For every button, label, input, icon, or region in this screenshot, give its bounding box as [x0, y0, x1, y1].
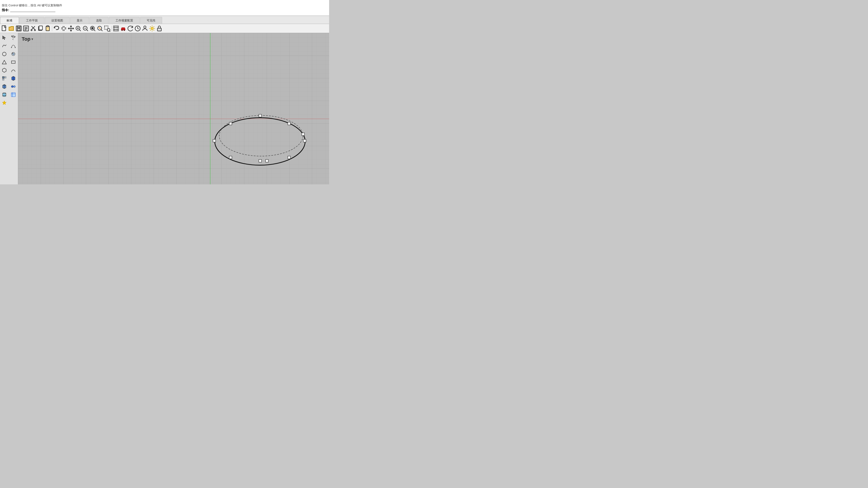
- box-solid-tool[interactable]: [0, 83, 8, 90]
- star-tool[interactable]: [0, 99, 8, 107]
- arc-tool[interactable]: [9, 66, 17, 74]
- solid-multi-tool[interactable]: [9, 83, 17, 90]
- copy-button[interactable]: [37, 25, 44, 32]
- svg-rect-78: [11, 93, 15, 97]
- grid-button[interactable]: [113, 25, 119, 32]
- zoom-extent-button[interactable]: [89, 25, 96, 32]
- zoom-in-button[interactable]: [75, 25, 82, 32]
- command-hint: 按住 Control 键移出，按住 Alt 键可以复制物件: [2, 3, 327, 7]
- paste-button[interactable]: [44, 25, 51, 32]
- tab-workplane[interactable]: 工作平面: [20, 17, 44, 24]
- svg-rect-57: [2, 78, 4, 80]
- svg-line-24: [94, 30, 95, 31]
- svg-line-67: [12, 39, 13, 40]
- svg-marker-51: [3, 36, 6, 40]
- svg-point-8: [31, 30, 32, 31]
- select-arrow-tool[interactable]: [0, 34, 8, 41]
- svg-point-9: [34, 30, 35, 31]
- sep1: [52, 26, 52, 31]
- svg-rect-36: [114, 26, 119, 31]
- panel-tool[interactable]: [9, 91, 17, 98]
- solid-blue-tool[interactable]: [9, 74, 17, 82]
- curve-tool[interactable]: [0, 42, 8, 50]
- clock-button[interactable]: [134, 25, 141, 32]
- zoom-window-button[interactable]: [104, 25, 111, 32]
- viewport-name: Top: [22, 36, 31, 42]
- svg-line-31: [110, 31, 110, 32]
- svg-rect-87: [259, 114, 261, 117]
- toolbar: [0, 24, 329, 33]
- svg-point-72: [12, 53, 13, 54]
- viewport-label: Top ▾: [22, 36, 33, 42]
- curve2-tool[interactable]: [9, 42, 17, 50]
- zoom-out-button[interactable]: [82, 25, 89, 32]
- svg-point-25: [92, 27, 93, 29]
- cut-button[interactable]: [30, 25, 37, 32]
- svg-rect-11: [39, 26, 42, 30]
- svg-rect-2: [18, 26, 20, 28]
- transform-tool[interactable]: [0, 74, 8, 82]
- svg-line-47: [153, 30, 154, 31]
- svg-marker-54: [2, 68, 6, 72]
- tab-standard[interactable]: 标准: [0, 17, 19, 24]
- svg-line-46: [150, 26, 151, 27]
- orbital-tool[interactable]: [9, 50, 17, 58]
- svg-rect-73: [11, 61, 15, 64]
- open-button[interactable]: [8, 25, 15, 32]
- save-button[interactable]: [16, 25, 22, 32]
- svg-rect-94: [229, 156, 232, 159]
- svg-line-74: [11, 72, 12, 72]
- svg-rect-0: [2, 26, 6, 31]
- tab-visibility[interactable]: 可见性: [140, 17, 162, 24]
- node-edit-tool[interactable]: [9, 34, 17, 41]
- tab-select[interactable]: 选取: [90, 17, 108, 24]
- pan-button[interactable]: [60, 25, 67, 32]
- tab-display[interactable]: 显示: [70, 17, 89, 24]
- move-button[interactable]: [68, 25, 74, 32]
- command-bar: 按住 Control 键移出，按住 Alt 键可以复制物件 指令:: [0, 0, 329, 16]
- tab-setview[interactable]: 设置视图: [45, 17, 70, 24]
- cylinder-tool[interactable]: [0, 91, 8, 98]
- tab-bar: 标准 工作平面 设置视图 显示 选取 工作视窗配置 可见性: [0, 16, 329, 24]
- car-button[interactable]: [120, 25, 127, 32]
- rectangle-tool[interactable]: [9, 58, 17, 66]
- tab-winconfig[interactable]: 工作视窗配置: [109, 17, 140, 24]
- svg-rect-89: [259, 160, 261, 162]
- command-input[interactable]: [10, 8, 55, 12]
- viewport[interactable]: Top ▾: [18, 33, 329, 184]
- svg-point-68: [11, 47, 12, 48]
- svg-marker-63: [2, 101, 6, 105]
- grid: [18, 33, 329, 184]
- svg-point-65: [13, 35, 14, 37]
- undo-button[interactable]: [53, 25, 60, 32]
- svg-point-69: [15, 47, 16, 48]
- svg-rect-3: [18, 29, 20, 31]
- svg-point-77: [13, 86, 16, 88]
- svg-line-21: [87, 30, 88, 31]
- edit-button[interactable]: [23, 25, 29, 32]
- svg-rect-96: [266, 160, 268, 162]
- zoom-selected-button[interactable]: [96, 25, 103, 32]
- user-button[interactable]: [142, 25, 148, 32]
- svg-rect-13: [47, 26, 49, 27]
- viewport-dropdown-icon[interactable]: ▾: [31, 37, 33, 41]
- svg-rect-91: [288, 122, 290, 125]
- main-layout: Top ▾: [0, 33, 329, 184]
- svg-point-38: [124, 30, 125, 31]
- svg-rect-55: [2, 76, 4, 78]
- svg-point-52: [2, 52, 6, 56]
- svg-line-17: [79, 30, 81, 31]
- hexagon-tool[interactable]: [0, 66, 8, 74]
- left-sidebar: [0, 33, 18, 184]
- light-button[interactable]: [149, 25, 156, 32]
- svg-point-76: [11, 86, 13, 88]
- new-button[interactable]: [1, 25, 8, 32]
- tool-col-right: [9, 33, 18, 184]
- triangle-tool[interactable]: [0, 58, 8, 66]
- lock-button[interactable]: [156, 25, 163, 32]
- svg-point-37: [122, 30, 123, 31]
- circle-tool[interactable]: [0, 50, 8, 58]
- svg-rect-56: [4, 76, 6, 78]
- svg-rect-95: [302, 133, 305, 135]
- rotate-button[interactable]: [127, 25, 134, 32]
